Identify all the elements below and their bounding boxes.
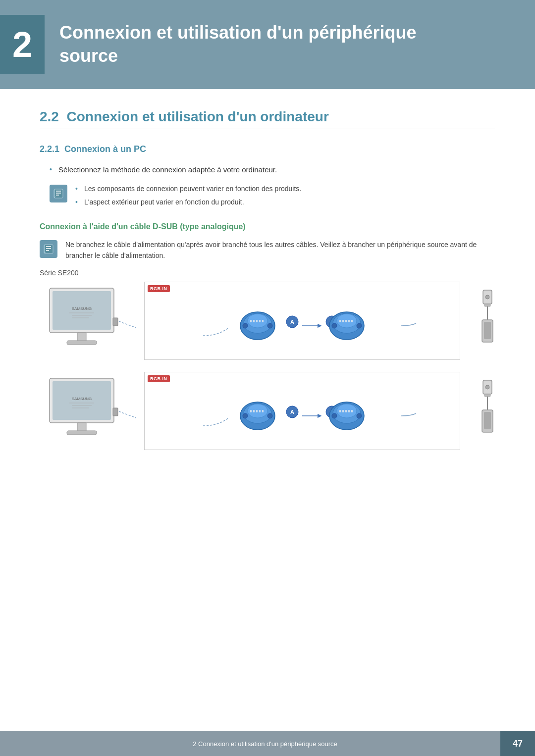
note-icon-2 [40, 240, 57, 258]
svg-rect-30 [259, 320, 261, 322]
note-block-1: Les composants de connexion peuvent vari… [50, 184, 495, 210]
svg-rect-14 [77, 333, 86, 342]
rgb-in-badge-2: RGB IN [148, 375, 170, 382]
section-2-2-title: 2.2 Connexion et utilisation d'un ordina… [40, 109, 495, 129]
chapter-title-line1: Connexion et utilisation d'un périphériq… [59, 22, 417, 43]
note-warning-text: Ne branchez le câble d'alimentation qu'a… [65, 239, 495, 261]
svg-rect-55 [77, 423, 86, 432]
svg-rect-40 [348, 320, 350, 322]
note-content-1: Les composants de connexion peuvent vari… [75, 184, 495, 210]
svg-rect-27 [250, 320, 252, 322]
right-adapter-2 [468, 375, 495, 447]
connector-box-2: RGB IN A B [144, 372, 460, 450]
rgb-in-badge-1: RGB IN [148, 285, 170, 292]
series-label: Série SE200 [40, 269, 495, 277]
svg-rect-29 [256, 320, 258, 322]
svg-rect-15 [67, 341, 97, 345]
svg-rect-58 [113, 408, 118, 416]
svg-point-76 [332, 413, 337, 418]
svg-line-16 [119, 321, 136, 329]
green-subheading: Connexion à l'aide d'un câble D-SUB (typ… [40, 222, 495, 231]
svg-rect-31 [262, 320, 264, 322]
svg-rect-71 [259, 410, 261, 412]
svg-point-44 [485, 295, 489, 299]
svg-rect-69 [253, 410, 255, 412]
main-content: 2.2 Connexion et utilisation d'un ordina… [0, 89, 535, 502]
main-bullet-list: Sélectionnez la méthode de connexion ada… [40, 164, 495, 176]
svg-rect-17 [113, 318, 118, 326]
svg-rect-79 [342, 410, 344, 412]
monitor-illustration-2: SAMSUNG [40, 374, 136, 448]
svg-point-66 [243, 413, 248, 418]
right-adapter-1 [468, 285, 495, 357]
svg-rect-70 [256, 410, 258, 412]
svg-point-35 [332, 323, 337, 328]
svg-rect-80 [345, 410, 347, 412]
svg-text:SAMSUNG: SAMSUNG [72, 397, 92, 401]
note-warning-block: Ne branchez le câble d'alimentation qu'a… [40, 239, 495, 261]
svg-point-25 [243, 323, 248, 328]
chapter-title-line2: source [59, 46, 118, 66]
note-bullet-list: Les composants de connexion peuvent vari… [75, 184, 495, 207]
svg-point-26 [268, 323, 272, 328]
svg-rect-72 [262, 410, 264, 412]
diagram-2: SAMSUNG RGB IN A B [40, 372, 495, 450]
page-footer: 2 Connexion et utilisation d'un périphér… [0, 731, 535, 756]
svg-rect-48 [484, 322, 491, 339]
svg-rect-45 [484, 304, 490, 306]
svg-rect-89 [484, 412, 491, 429]
chapter-title: Connexion et utilisation d'un périphériq… [59, 21, 417, 68]
svg-rect-82 [351, 410, 353, 412]
svg-rect-38 [342, 320, 344, 322]
bullet-item-1: Sélectionnez la méthode de connexion ada… [50, 164, 495, 176]
footer-text: 2 Connexion et utilisation d'un périphér… [0, 740, 500, 748]
chapter-number-box: 2 [0, 15, 45, 74]
svg-line-57 [119, 411, 136, 419]
svg-rect-41 [351, 320, 353, 322]
chapter-number: 2 [12, 27, 32, 62]
diagram-1: SAMSUNG RGB IN [40, 282, 495, 360]
svg-rect-81 [348, 410, 350, 412]
svg-point-67 [268, 413, 272, 418]
svg-point-85 [485, 385, 489, 389]
svg-rect-56 [67, 431, 97, 435]
connector-box-1: RGB IN A B [144, 282, 460, 360]
svg-rect-39 [345, 320, 347, 322]
svg-text:A: A [290, 319, 294, 325]
svg-rect-68 [250, 410, 252, 412]
page-number: 47 [500, 731, 535, 756]
note-bullet-1: Les composants de connexion peuvent vari… [75, 184, 495, 194]
monitor-illustration-1: SAMSUNG [40, 284, 136, 357]
svg-text:A: A [290, 409, 294, 415]
svg-rect-78 [339, 410, 341, 412]
svg-point-36 [357, 323, 362, 328]
chapter-header: 2 Connexion et utilisation d'un périphér… [0, 0, 535, 89]
note-icon-1 [50, 185, 67, 202]
svg-rect-28 [253, 320, 255, 322]
subsection-2-2-1-title: 2.2.1 Connexion à un PC [40, 144, 495, 154]
svg-rect-37 [339, 320, 341, 322]
svg-rect-86 [484, 394, 490, 397]
svg-point-77 [357, 413, 362, 418]
svg-text:SAMSUNG: SAMSUNG [72, 306, 92, 311]
note-bullet-2: L'aspect extérieur peut varier en foncti… [75, 197, 495, 207]
